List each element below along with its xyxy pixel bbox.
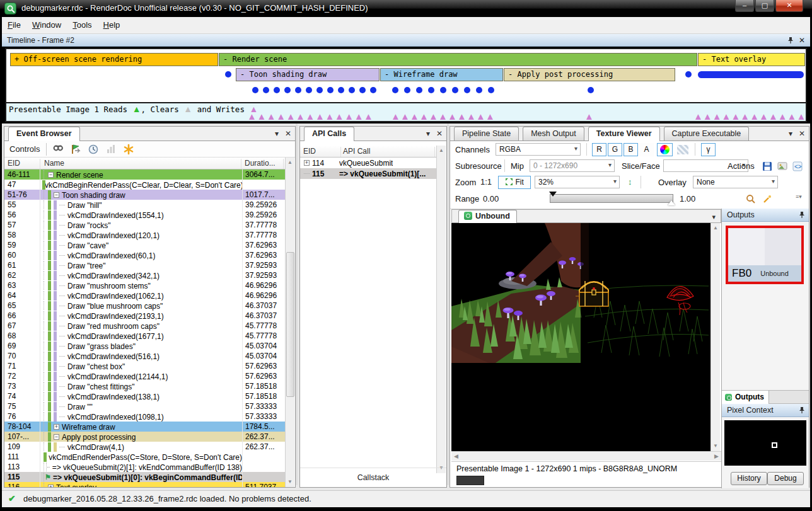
- range-black-point-handle[interactable]: [549, 192, 557, 197]
- pin-icon[interactable]: [787, 37, 794, 44]
- timeline-draw-dot[interactable]: [416, 87, 422, 93]
- channel-g-button[interactable]: G: [608, 143, 622, 156]
- zoom-percent-dropdown[interactable]: 32%: [535, 176, 620, 188]
- autofit-wand-icon[interactable]: [762, 193, 773, 205]
- timeline-draw-dot[interactable]: [284, 87, 291, 93]
- color-wheel-button[interactable]: [657, 143, 673, 156]
- timeline-subsection-bar[interactable]: - Toon shading draw: [236, 68, 380, 81]
- pin-icon[interactable]: [799, 211, 805, 219]
- splitter[interactable]: [296, 123, 298, 485]
- event-row-eid-116-[interactable]: 116-...+Text overlay511.7037: [4, 482, 285, 487]
- timeline-draw-dot[interactable]: [274, 87, 280, 93]
- pin-icon[interactable]: [799, 406, 805, 414]
- channel-b-button[interactable]: B: [624, 143, 638, 156]
- tab-api-calls[interactable]: API Calls: [304, 127, 354, 141]
- menu-window[interactable]: Window: [26, 17, 67, 33]
- close-panel-icon[interactable]: ✕: [799, 129, 805, 138]
- expand-icon[interactable]: +: [304, 160, 310, 166]
- tab-mesh-output[interactable]: Mesh Output: [523, 127, 584, 141]
- resource-usage-markers[interactable]: ▲▲▲▲▲▲▲▲▲▲▲: [391, 111, 495, 122]
- tab-unbound-texture[interactable]: Unbound: [458, 210, 517, 224]
- api-call-row-eid-114[interactable]: +114vkQueueSubmit: [300, 158, 438, 168]
- timeline-draw-dot[interactable]: [440, 87, 446, 93]
- timeline-draw-dot[interactable]: [370, 87, 376, 93]
- open-image-icon[interactable]: [777, 161, 788, 172]
- timeline-draw-dot[interactable]: [359, 87, 366, 93]
- timeline-draw-dot[interactable]: [349, 87, 355, 93]
- timeline-draw-dot[interactable]: [404, 87, 410, 93]
- overlay-dropdown[interactable]: None: [693, 176, 778, 188]
- history-button[interactable]: History: [731, 472, 767, 485]
- menu-file[interactable]: File: [2, 17, 26, 33]
- timeline-draw-dot[interactable]: [327, 87, 334, 93]
- timeline-draw-dot[interactable]: [316, 87, 323, 93]
- time-draws-icon[interactable]: [88, 144, 99, 155]
- event-row-eid-64[interactable]: 64vkCmdDrawIndexed(1062,1)46.96296: [4, 290, 285, 301]
- event-row-eid-113[interactable]: 113=> vkQueueSubmit(2)[1]: vkEndCommandB…: [4, 462, 285, 472]
- resource-usage-markers[interactable]: ▲: [584, 111, 593, 122]
- event-row-eid-72[interactable]: 72vkCmdDrawIndexed(12144,1)57.62963: [4, 371, 285, 381]
- range-white-point-handle[interactable]: [668, 200, 675, 205]
- panel-menu-icon[interactable]: ▾: [275, 129, 279, 138]
- timeline-section-bar[interactable]: + Off-screen scene rendering: [10, 53, 218, 66]
- event-row-eid-58[interactable]: 58vkCmdDrawIndexed(120,1)37.77778: [4, 230, 285, 240]
- timeline-draw-pill[interactable]: [698, 71, 804, 78]
- timeline-draw-dot[interactable]: [225, 71, 231, 78]
- close-panel-icon[interactable]: ✕: [799, 36, 805, 45]
- texture-horizontal-scrollbar[interactable]: ◀▶: [451, 451, 721, 461]
- pixel-context-header[interactable]: Pixel Context: [722, 404, 809, 417]
- timeline-draw-dot[interactable]: [295, 87, 301, 93]
- toolbar-overflow-icon[interactable]: ≡▾: [796, 193, 802, 200]
- api-calls-columns[interactable]: EIDAPI Call: [300, 146, 438, 158]
- maximize-button[interactable]: ▢: [755, 0, 774, 12]
- open-code-icon[interactable]: <>: [792, 161, 803, 172]
- event-row-eid-71[interactable]: 71Draw "chest box"57.62963: [4, 361, 285, 371]
- column-header[interactable]: Name: [44, 159, 241, 169]
- pixel-context-view[interactable]: [724, 420, 806, 466]
- column-header[interactable]: EID: [8, 159, 40, 169]
- tab-event-browser[interactable]: Event Browser: [8, 127, 80, 141]
- event-row-eid-68[interactable]: 68vkCmdDrawIndexed(1677,1)45.77778: [4, 331, 285, 341]
- splitter[interactable]: [447, 123, 449, 485]
- timeline-draw-dot[interactable]: [252, 87, 258, 93]
- jump-to-event-icon[interactable]: [70, 144, 81, 155]
- tab-texture-viewer[interactable]: Texture Viewer: [588, 127, 660, 141]
- event-row-eid-62[interactable]: 62vkCmdDrawIndexed(342,1)37.92593: [4, 270, 285, 280]
- event-row-eid-74[interactable]: 74vkCmdDrawIndexed(138,1)57.18518: [4, 391, 285, 401]
- column-header[interactable]: Duratio...: [245, 159, 284, 169]
- title-bar[interactable]: debugmarker.rdc - RenderDoc Unofficial r…: [0, 0, 812, 17]
- event-row-eid-73[interactable]: 73Draw "chest fittings"57.18518: [4, 381, 285, 391]
- flip-y-icon[interactable]: ↕: [628, 177, 632, 187]
- resource-usage-markers[interactable]: ▲▲▲▲▲▲▲▲▲▲▲▲▲▲▲: [693, 111, 806, 122]
- expand-icon[interactable]: +: [48, 485, 54, 487]
- timeline-body[interactable]: + Off-screen scene rendering- Render sce…: [5, 48, 807, 102]
- tab-pipeline-state[interactable]: Pipeline State: [454, 127, 519, 141]
- event-row-eid-70[interactable]: 70vkCmdDrawIndexed(516,1)45.03704: [4, 351, 285, 361]
- menu-tools[interactable]: Tools: [67, 17, 97, 33]
- event-row-eid-66[interactable]: 66vkCmdDrawIndexed(2193,1)46.37037: [4, 311, 285, 321]
- timeline-draw-dot[interactable]: [685, 71, 692, 78]
- gamma-button[interactable]: γ: [701, 143, 716, 156]
- event-row-eid-65[interactable]: 65Draw "blue mushroom caps"46.37037: [4, 301, 285, 311]
- event-browser-scrollbar[interactable]: ▲ ▼: [285, 158, 294, 487]
- tab-capture-executable[interactable]: Capture Executable: [664, 127, 750, 141]
- range-min-value[interactable]: 0.00: [483, 194, 499, 204]
- expand-icon[interactable]: +: [54, 424, 59, 430]
- debug-button[interactable]: Debug: [767, 472, 804, 485]
- panel-menu-icon[interactable]: ▾: [789, 129, 792, 138]
- timeline-subsection-bar[interactable]: - Apply post processing: [504, 68, 675, 81]
- column-header[interactable]: API Call: [343, 147, 435, 157]
- timeline-section-bar[interactable]: - Render scene: [219, 53, 697, 66]
- texture-tabs-menu-icon[interactable]: ▾: [712, 213, 716, 221]
- api-calls-scrollbar[interactable]: ▲ ▼: [436, 146, 446, 473]
- close-button[interactable]: ✕: [775, 0, 803, 12]
- timeline-panel-header[interactable]: Timeline - Frame #2 ✕: [2, 34, 810, 47]
- save-icon[interactable]: [762, 161, 773, 172]
- range-max-value[interactable]: 1.00: [680, 194, 695, 204]
- event-row-eid-109[interactable]: 109vkCmdDraw(4,1)262.37...: [4, 442, 285, 452]
- channels-dropdown[interactable]: RGBA: [496, 143, 581, 156]
- timeline-draw-dot[interactable]: [488, 87, 494, 93]
- panel-menu-icon[interactable]: ▾: [426, 129, 430, 138]
- event-row-eid-61[interactable]: 61Draw "tree"37.92593: [4, 260, 285, 270]
- event-row-eid-56[interactable]: 56vkCmdDrawIndexed(1554,1)39.25926: [4, 210, 285, 220]
